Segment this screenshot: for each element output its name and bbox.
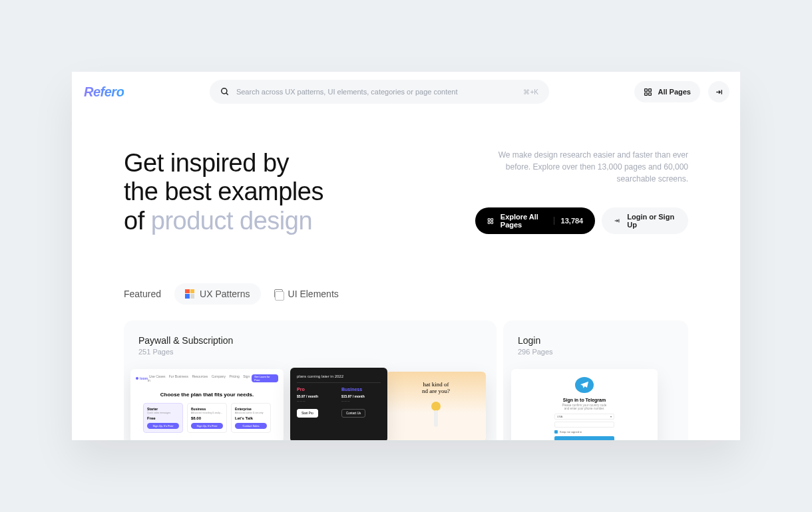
quiz-headline: hat kind of nd are you?: [422, 381, 450, 395]
svg-rect-8: [491, 218, 493, 220]
card-subtitle: 296 Pages: [518, 348, 674, 356]
hero-line3-highlight: product design: [151, 207, 312, 235]
telegram-title: Sign in to Telegram: [563, 398, 606, 402]
card-subtitle: 251 Pages: [138, 348, 482, 356]
ux-patterns-icon: [185, 289, 194, 299]
keep-signed-in: Keep me signed in: [554, 430, 614, 434]
grid-icon: [644, 88, 652, 96]
quiz-figure: [429, 402, 443, 431]
card-paywall[interactable]: Paywall & Subscription 251 Pages loom Us…: [124, 320, 497, 440]
dark-head: plans coming later in 2022: [297, 374, 381, 378]
plan-starter: Starter Quick video messages Free Sign U…: [143, 403, 183, 433]
hero-actions: Explore All Pages 13,784 Login or Sign U…: [475, 207, 688, 234]
loom-nav: Use Cases For Business Resources Company…: [148, 374, 252, 382]
loom-cta: Get Loom for Free: [252, 374, 278, 382]
svg-rect-2: [645, 88, 648, 91]
svg-rect-10: [491, 221, 493, 223]
search-shortcut: ⌘+K: [523, 88, 538, 96]
tab-ui-elements[interactable]: UI Elements: [274, 283, 339, 305]
login-arrow-icon: [614, 217, 620, 225]
hero-right: We make design research easier and faste…: [475, 149, 688, 235]
login-label: Login or Sign Up: [627, 213, 676, 229]
hero-description: We make design research easier and faste…: [475, 149, 688, 185]
svg-rect-4: [645, 92, 648, 95]
grid-icon: [487, 217, 494, 225]
search-input[interactable]: [236, 88, 516, 96]
phone-input: [554, 422, 614, 428]
hero-line3-prefix: of: [124, 207, 151, 235]
tab-ux-patterns[interactable]: UX Patterns: [174, 283, 260, 305]
thumb-loom: loom Use Cases For Business Resources Co…: [130, 369, 284, 440]
search-bar[interactable]: ⌘+K: [210, 80, 549, 104]
loom-logo: loom: [136, 376, 148, 380]
card-title: Login: [518, 335, 674, 346]
checkbox-icon: [554, 430, 558, 434]
svg-line-1: [226, 93, 228, 95]
telegram-next-btn: [554, 436, 614, 440]
svg-rect-7: [488, 218, 490, 220]
login-arrow-icon: [715, 88, 723, 96]
filter-tabs: Featured UX Patterns UI Elements: [124, 283, 688, 305]
app-window: Refero ⌘+K All Pages Get inspired by the…: [72, 72, 740, 440]
tab-ui-label: UI Elements: [288, 289, 339, 299]
plan-business: Business Advanced recording & analytics …: [187, 403, 227, 433]
search-wrap: ⌘+K: [132, 80, 626, 104]
all-pages-label: All Pages: [658, 88, 691, 96]
thumb-telegram: Sign in to Telegram Please confirm your …: [511, 369, 658, 440]
hero-title: Get inspired by the best examples of pro…: [124, 149, 323, 235]
plan-enterprise: Enterprise Advanced admin & security Let…: [231, 403, 271, 433]
telegram-icon: [575, 377, 594, 393]
hero-line1: Get inspired by: [124, 149, 289, 177]
thumb-dark-pricing: plans coming later in 2022 Pro $5.97 / m…: [290, 368, 387, 440]
top-bar: Refero ⌘+K All Pages: [72, 72, 740, 112]
search-icon: [220, 87, 230, 96]
explore-count: 13,784: [554, 217, 584, 225]
hero-left: Get inspired by the best examples of pro…: [124, 149, 323, 235]
all-pages-button[interactable]: All Pages: [634, 81, 700, 102]
tab-featured[interactable]: Featured: [124, 283, 161, 305]
hero-line2: the best examples: [124, 178, 323, 205]
thumb-quiz: hat kind of nd are you?: [386, 372, 486, 440]
logo[interactable]: Refero: [83, 84, 124, 100]
country-select: USA▾: [554, 414, 614, 420]
svg-rect-5: [649, 92, 652, 95]
login-button[interactable]: Login or Sign Up: [602, 207, 688, 234]
collapse-button[interactable]: [708, 81, 729, 102]
content-area: Get inspired by the best examples of pro…: [72, 112, 740, 440]
card-login[interactable]: Login 296 Pages Sign in to Telegram Plea…: [503, 320, 688, 440]
paywall-thumbs: loom Use Cases For Business Resources Co…: [138, 369, 482, 440]
svg-rect-3: [649, 88, 652, 91]
card-title: Paywall & Subscription: [138, 335, 482, 346]
telegram-subtitle: Please confirm your country code and ent…: [562, 404, 607, 410]
tab-ux-label: UX Patterns: [200, 289, 250, 299]
explore-label: Explore All Pages: [501, 213, 547, 229]
svg-rect-9: [488, 221, 490, 223]
hero: Get inspired by the best examples of pro…: [124, 149, 688, 235]
cards-row: Paywall & Subscription 251 Pages loom Us…: [124, 320, 688, 440]
svg-point-0: [222, 88, 227, 94]
explore-button[interactable]: Explore All Pages 13,784: [475, 207, 595, 234]
ui-elements-icon: [274, 289, 283, 298]
loom-headline: Choose the plan that fits your needs.: [136, 392, 278, 398]
